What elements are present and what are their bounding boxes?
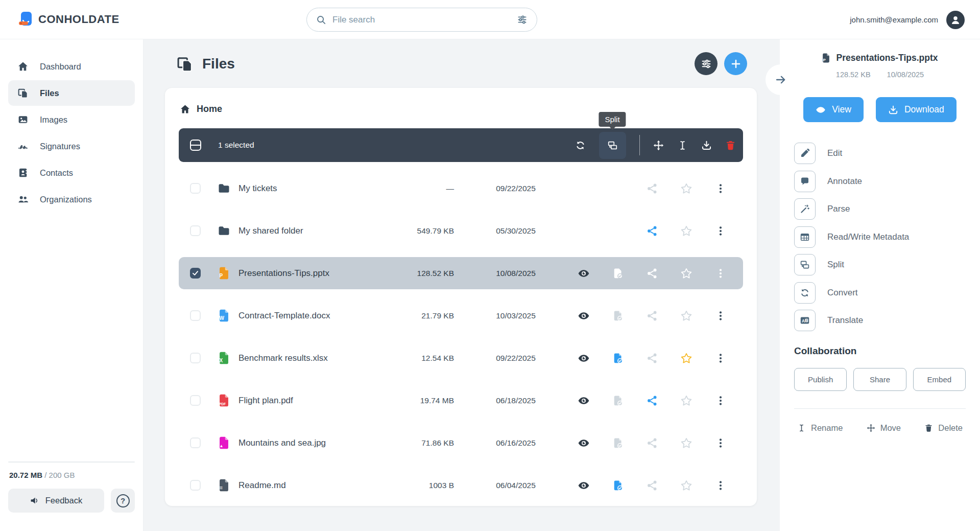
action-annotate[interactable]: Annotate xyxy=(794,171,966,192)
collapse-panel-button[interactable] xyxy=(766,64,796,95)
file-name[interactable]: Readme.md xyxy=(238,480,395,491)
row-checkbox[interactable] xyxy=(190,310,201,321)
share-icon[interactable] xyxy=(646,182,658,195)
row-checkbox[interactable] xyxy=(190,437,201,448)
star-icon[interactable] xyxy=(680,267,692,280)
move-icon[interactable] xyxy=(653,140,664,151)
star-icon[interactable] xyxy=(680,479,692,492)
more-options-icon[interactable] xyxy=(714,267,727,280)
file-check-icon[interactable] xyxy=(612,479,624,492)
file-name[interactable]: Mountains and sea.jpg xyxy=(238,438,395,448)
brand-logo[interactable]: CONHOLDATE xyxy=(18,11,119,28)
share-icon[interactable] xyxy=(646,310,658,322)
star-icon[interactable] xyxy=(680,310,692,322)
share-icon[interactable] xyxy=(646,479,658,492)
move-button[interactable]: Move xyxy=(867,423,901,433)
star-icon[interactable] xyxy=(680,437,692,449)
action-split[interactable]: Split xyxy=(794,254,966,275)
edit-button[interactable] xyxy=(794,143,816,164)
action-convert[interactable]: Convert xyxy=(794,282,966,304)
convert-icon[interactable] xyxy=(575,140,586,151)
metadata-button[interactable] xyxy=(794,226,816,248)
sidebar-item-signatures[interactable]: Signatures xyxy=(8,133,135,159)
parse-button[interactable] xyxy=(794,198,816,220)
row-checkbox[interactable] xyxy=(190,480,201,491)
more-options-icon[interactable] xyxy=(714,182,727,195)
table-row[interactable]: P Presentations-Tips.pptx 128.52 KB 10/0… xyxy=(179,257,743,289)
table-row[interactable]: My shared folder 549.79 KB 05/30/2025 xyxy=(179,215,743,247)
embed-button[interactable]: Embed xyxy=(913,368,966,391)
share-icon[interactable] xyxy=(646,267,658,280)
star-icon[interactable] xyxy=(680,225,692,237)
search-filter-icon[interactable] xyxy=(517,14,528,25)
convert-button[interactable] xyxy=(794,282,816,304)
publish-button[interactable]: Publish xyxy=(794,368,847,391)
table-row[interactable]: W Contract-Template.docx 21.79 KB 10/03/… xyxy=(179,299,743,332)
row-checkbox[interactable] xyxy=(190,395,201,406)
star-icon[interactable] xyxy=(680,182,692,195)
table-row[interactable]: PDF Flight plan.pdf 19.74 MB 06/18/2025 xyxy=(179,384,743,417)
file-check-icon[interactable] xyxy=(612,310,624,322)
download-button[interactable]: Download xyxy=(876,97,957,122)
more-options-icon[interactable] xyxy=(714,395,727,407)
file-name[interactable]: Presentations-Tips.pptx xyxy=(238,268,395,279)
delete-button[interactable]: Delete xyxy=(924,423,963,433)
download-icon[interactable] xyxy=(701,140,712,151)
star-icon[interactable] xyxy=(680,352,692,364)
more-options-icon[interactable] xyxy=(714,479,727,492)
search-input[interactable] xyxy=(326,15,517,25)
row-checkbox[interactable] xyxy=(190,353,201,363)
view-button[interactable]: View xyxy=(803,97,864,122)
more-options-icon[interactable] xyxy=(714,225,727,237)
view-icon[interactable] xyxy=(578,479,590,492)
view-icon[interactable] xyxy=(578,395,590,407)
file-name[interactable]: My tickets xyxy=(238,183,395,194)
annotate-button[interactable] xyxy=(794,171,816,192)
sidebar-item-dashboard[interactable]: Dashboard xyxy=(8,54,135,79)
select-all-checkbox[interactable] xyxy=(190,140,201,151)
action-metadata[interactable]: Read/Write Metadata xyxy=(794,226,966,248)
view-icon[interactable] xyxy=(578,267,590,280)
more-options-icon[interactable] xyxy=(714,437,727,449)
file-check-icon[interactable] xyxy=(612,395,624,407)
rename-button[interactable]: Rename xyxy=(797,423,843,433)
share-icon[interactable] xyxy=(646,395,658,407)
more-options-icon[interactable] xyxy=(714,352,727,364)
share-icon[interactable] xyxy=(646,437,658,449)
table-row[interactable]: ▲ Mountains and sea.jpg 71.86 KB 06/16/2… xyxy=(179,427,743,459)
split-button[interactable] xyxy=(794,254,816,275)
split-button[interactable]: Split xyxy=(599,132,626,159)
translate-button[interactable] xyxy=(794,310,816,331)
action-translate[interactable]: Translate xyxy=(794,310,966,331)
table-row[interactable]: X Benchmark results.xlsx 12.54 KB 09/22/… xyxy=(179,342,743,374)
action-edit[interactable]: Edit xyxy=(794,143,966,164)
view-icon[interactable] xyxy=(578,310,590,322)
sidebar-item-contacts[interactable]: Contacts xyxy=(8,160,135,186)
table-row[interactable]: ≡ Readme.md 1003 B 06/04/2025 xyxy=(179,469,743,501)
file-name[interactable]: Flight plan.pdf xyxy=(238,396,395,406)
share-button[interactable]: Share xyxy=(853,368,906,391)
file-check-icon[interactable] xyxy=(612,352,624,364)
row-checkbox[interactable] xyxy=(190,268,201,279)
action-parse[interactable]: Parse xyxy=(794,198,966,220)
more-options-icon[interactable] xyxy=(714,310,727,322)
file-check-icon[interactable] xyxy=(612,437,624,449)
row-checkbox[interactable] xyxy=(190,225,201,236)
share-icon[interactable] xyxy=(646,352,658,364)
table-row[interactable]: My tickets — 09/22/2025 xyxy=(179,172,743,204)
sidebar-item-files[interactable]: Files xyxy=(8,80,135,106)
help-button[interactable]: ? xyxy=(111,489,135,513)
view-settings-button[interactable] xyxy=(695,52,718,75)
sidebar-item-images[interactable]: Images xyxy=(8,107,135,132)
star-icon[interactable] xyxy=(680,395,692,407)
file-check-icon[interactable] xyxy=(612,267,624,280)
feedback-button[interactable]: Feedback xyxy=(8,489,104,513)
add-file-button[interactable] xyxy=(724,52,747,75)
view-icon[interactable] xyxy=(578,352,590,364)
delete-icon[interactable] xyxy=(725,140,736,151)
view-icon[interactable] xyxy=(578,437,590,449)
file-name[interactable]: My shared folder xyxy=(238,226,395,236)
breadcrumb[interactable]: Home xyxy=(179,101,743,117)
share-icon[interactable] xyxy=(646,225,658,237)
file-name[interactable]: Contract-Template.docx xyxy=(238,311,395,321)
